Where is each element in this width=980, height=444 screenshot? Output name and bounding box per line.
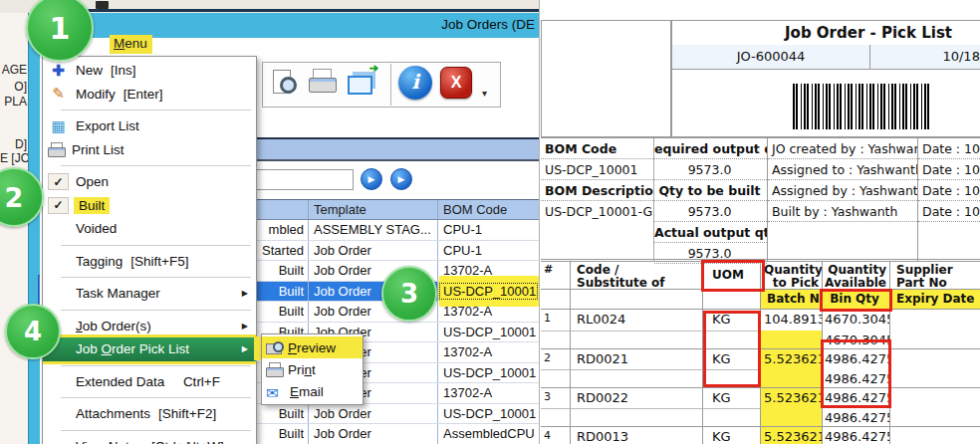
pick-list-submenu: Preview Print Email (261, 333, 364, 405)
submenu-item[interactable]: Preview (262, 336, 363, 358)
table-row[interactable]: Built Job Order AssembledCPU (257, 424, 539, 444)
menu-item[interactable]: New [Ins] (43, 59, 256, 83)
window-left-edge (28, 13, 40, 444)
nav-last-button[interactable] (390, 168, 412, 190)
date-cell: Date : 10/1 (918, 159, 980, 180)
header-num: # (541, 262, 571, 289)
cell-bom-code[interactable]: 13702-A (438, 383, 539, 403)
person-cell: Assigned to : Yashwanth (768, 159, 917, 180)
date-cell: Date : 10/1 (918, 201, 980, 222)
menu-item[interactable]: Modify [Enter] (43, 83, 256, 107)
bom-desc-label: BOM Description (541, 180, 653, 201)
close-icon[interactable] (440, 67, 472, 99)
cell-template[interactable]: Job Order (309, 241, 438, 261)
table-row[interactable]: mbled ASSEMBLY STAG... CPU-1 (257, 220, 539, 241)
report-jo-number: JO-600044 (671, 45, 870, 70)
menu-item[interactable]: Voided (43, 217, 256, 241)
cell-status[interactable]: Built (257, 282, 309, 302)
menu-item-label: Modify (76, 87, 116, 102)
item-num: 3 (541, 388, 571, 408)
submenu-item[interactable]: Email (262, 380, 363, 402)
menu-item[interactable]: Job Order(s) ▶ (43, 315, 256, 338)
header-avail: QuantityAvailable (823, 262, 890, 289)
cell-template[interactable]: Job Order (309, 424, 438, 444)
cell-bom-code[interactable]: US-DCP_10001 (438, 282, 539, 302)
header-code: Code /Substitute of (571, 262, 703, 289)
menu-item[interactable]: Job Order Pick List ▶ (43, 337, 256, 361)
menu-item[interactable]: ✓ Built (43, 194, 256, 218)
group-header-band (257, 137, 539, 161)
red-annotation-box-binqty-cells (821, 339, 891, 408)
red-annotation-box-uom-cells (703, 311, 761, 387)
toolbar-dropdown-caret[interactable]: ▾ (482, 88, 487, 99)
person-cell: Assigned by : Yashwanth (768, 180, 917, 201)
menu-button[interactable]: Menu (110, 35, 152, 54)
cell-bom-code[interactable]: CPU-1 (438, 241, 539, 261)
header-pick-line1: Quantity (764, 263, 823, 277)
cell-status[interactable]: Built (257, 261, 309, 281)
cell-template[interactable]: Job Order (309, 404, 438, 424)
grid-header-status[interactable] (257, 200, 309, 219)
table-row[interactable]: Started Job Order CPU-1 (257, 241, 539, 262)
header-pick-line2: to Pick (773, 276, 819, 289)
menu-item-shortcut: [Shift+F2] (158, 406, 216, 421)
cell-bom-code[interactable]: US-DCP_10001 (438, 363, 539, 383)
nav-forward-button[interactable] (361, 168, 382, 190)
menu-item-icon (48, 405, 69, 422)
cell-template[interactable]: ASSEMBLY STAG... (309, 220, 438, 240)
grid-header-bom-code[interactable]: BOM Code (438, 200, 539, 219)
subheader-empty2 (571, 290, 703, 309)
subheader-empty3 (703, 290, 761, 309)
toolbar-separator (390, 64, 391, 106)
menu-item[interactable]: Attachments [Shift+F2] (43, 402, 256, 426)
yellow-highlight-bleed-bottom (439, 301, 539, 307)
print-icon[interactable] (305, 66, 339, 100)
menu-item-icon (48, 438, 69, 444)
submenu-item-icon (266, 362, 283, 376)
bom-code-label: BOM Code (541, 138, 653, 159)
menu-item-label: Tagging (76, 254, 122, 269)
cell-bom-code[interactable]: US-DCP_10001 (438, 323, 539, 342)
cell-bom-code[interactable]: 13702-A (438, 342, 539, 362)
cell-status[interactable]: Built (257, 404, 309, 424)
cell-bom-code[interactable]: US-DCP_10001 (438, 404, 539, 424)
header-avail-line1: Quantity (828, 263, 886, 277)
text-fragment: AGE (0, 63, 27, 77)
menu-item-shortcut: Ctrl+F (183, 374, 220, 389)
header-pick: Quantityto Pick (761, 262, 823, 289)
item-num: 4 (541, 427, 571, 444)
text-fragment: PLA (0, 95, 27, 109)
cell-bom-code[interactable]: CPU-1 (438, 220, 539, 240)
report-logo-cell (541, 20, 671, 137)
print-preview-icon[interactable] (267, 66, 301, 100)
item-sub-expiry (890, 369, 980, 387)
menu-item[interactable]: Print List (43, 138, 256, 162)
barcode (793, 84, 932, 129)
grid-header-template[interactable]: Template (309, 200, 438, 219)
email-icon[interactable] (343, 66, 376, 100)
item-sub-code (571, 369, 703, 387)
cell-status[interactable]: mbled (257, 220, 309, 240)
menu-item[interactable]: Export List (43, 114, 256, 138)
header-supplier-line2: Part No (896, 276, 947, 289)
menu-item[interactable]: ✓ Open (43, 170, 256, 194)
cell-status[interactable]: Started (257, 241, 309, 261)
menu-item-icon: ✓ (48, 197, 69, 214)
item-sub-code (571, 331, 703, 348)
menu-item-label: Built (74, 197, 110, 214)
table-row[interactable]: Built Job Order US-DCP_10001 (257, 404, 539, 425)
menu-item[interactable]: Tagging [Shift+F5] (43, 250, 256, 274)
menu-item-label: Open (76, 174, 109, 189)
menu-item[interactable]: Extended Data Ctrl+F (43, 370, 256, 394)
menu-item-shortcut: [Ins] (111, 63, 136, 78)
submenu-item[interactable]: Print (262, 358, 363, 380)
item-main-row: 3 RD0022 KG 5.523621 4986.4275 (541, 387, 980, 408)
info-icon[interactable] (398, 66, 432, 100)
menu-item[interactable]: Task Manager ▶ (43, 282, 256, 306)
cell-bom-code[interactable]: AssembledCPU (438, 424, 539, 444)
cell-status[interactable]: Built (257, 424, 309, 444)
filter-input[interactable] (251, 169, 354, 190)
cell-status[interactable]: Built (257, 302, 309, 322)
menu-item[interactable]: View Notes [Ctrl+Alt+W] (43, 435, 256, 444)
menu-item-icon (48, 285, 69, 302)
